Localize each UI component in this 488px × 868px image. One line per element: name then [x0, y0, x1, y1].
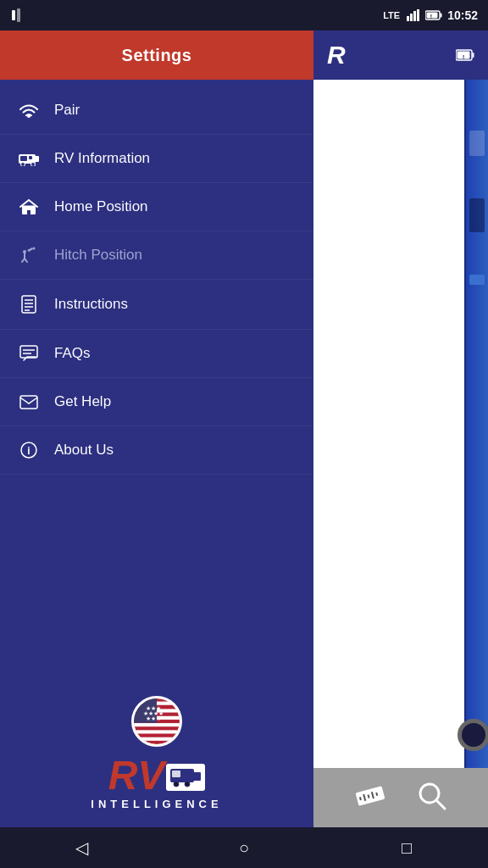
info-icon: i: [17, 442, 41, 459]
sidebar-title: Settings: [122, 46, 192, 65]
svg-rect-34: [134, 730, 180, 733]
mail-icon: [17, 395, 41, 409]
svg-rect-33: [134, 723, 180, 726]
recent-apps-button[interactable]: □: [381, 827, 432, 868]
svg-rect-3: [410, 14, 413, 21]
lte-label: LTE: [383, 10, 400, 20]
content-area: R !: [313, 31, 488, 827]
rv-intelligence-logo: R V INTELLIGENCE: [91, 755, 222, 810]
get-help-label: Get Help: [54, 393, 111, 410]
svg-rect-42: [172, 771, 180, 777]
svg-text:!: !: [463, 53, 465, 61]
svg-rect-15: [35, 156, 39, 162]
sidebar-item-rv-information[interactable]: RV Information: [0, 135, 313, 183]
svg-rect-7: [441, 14, 442, 18]
svg-line-51: [360, 797, 361, 800]
battery-icon: !: [425, 10, 442, 20]
sidebar-menu: Pair RV Information: [0, 80, 313, 676]
svg-line-55: [376, 793, 377, 796]
home-button[interactable]: ○: [219, 827, 269, 868]
status-bar: LTE ! 10:52: [0, 0, 488, 31]
intelligence-text: INTELLIGENCE: [91, 798, 222, 810]
sidebar-item-get-help[interactable]: Get Help: [0, 378, 313, 426]
svg-rect-12: [29, 156, 32, 159]
svg-rect-35: [134, 737, 180, 741]
svg-rect-1: [17, 8, 20, 22]
svg-text:!: !: [430, 14, 432, 19]
home-position-label: Home Position: [54, 198, 148, 215]
faq-icon: [17, 345, 41, 362]
rv-strip: [464, 80, 488, 768]
signal-icon: [407, 9, 420, 21]
svg-line-57: [436, 800, 445, 809]
svg-point-14: [31, 163, 36, 167]
hitch-icon: [17, 247, 41, 264]
svg-text:i: i: [27, 445, 30, 457]
rv-visual-area: [313, 80, 488, 768]
sidebar-item-faqs[interactable]: FAQs: [0, 330, 313, 378]
rv-icon: [17, 151, 41, 166]
svg-rect-0: [12, 10, 15, 20]
svg-point-43: [174, 782, 179, 787]
sidebar-logo: ★★★ ★★★★ ★★★ R V: [0, 676, 313, 827]
back-button[interactable]: ◁: [56, 827, 107, 868]
svg-point-44: [185, 782, 190, 787]
svg-line-53: [369, 795, 369, 798]
search-button[interactable]: [416, 780, 448, 815]
svg-text:★★★: ★★★: [146, 715, 161, 722]
content-logo: R: [327, 41, 346, 70]
sidebar-header: Settings: [0, 31, 313, 80]
instructions-icon: [17, 295, 41, 314]
sim-icon: [10, 8, 25, 22]
faqs-label: FAQs: [54, 345, 91, 362]
wifi-icon: [17, 103, 41, 118]
rv-wheel: [458, 719, 488, 751]
svg-rect-4: [413, 11, 416, 21]
svg-point-17: [33, 248, 36, 250]
content-header: R !: [313, 31, 488, 80]
sidebar-item-hitch-position[interactable]: Hitch Position: [0, 231, 313, 280]
hitch-position-label: Hitch Position: [54, 247, 142, 264]
flag-circle: ★★★ ★★★★ ★★★: [131, 696, 182, 747]
svg-rect-47: [473, 53, 474, 58]
svg-point-13: [21, 163, 25, 167]
status-bar-left: [10, 0, 25, 31]
svg-rect-26: [20, 396, 37, 409]
svg-rect-45: [193, 772, 201, 781]
sidebar-item-instructions[interactable]: Instructions: [0, 280, 313, 330]
system-nav-bar: ◁ ○ □: [0, 827, 488, 868]
sidebar-item-pair[interactable]: Pair: [0, 86, 313, 135]
svg-rect-50: [355, 786, 385, 806]
bottom-toolbar: [313, 768, 488, 827]
svg-rect-5: [417, 9, 419, 21]
pair-label: Pair: [54, 102, 80, 119]
svg-rect-23: [20, 346, 37, 358]
home-icon: [17, 198, 41, 215]
sidebar: Settings Pair: [0, 31, 313, 827]
about-us-label: About Us: [54, 442, 114, 459]
battery-header-icon: !: [456, 49, 474, 61]
ruler-button[interactable]: [353, 779, 387, 816]
rv-information-label: RV Information: [54, 150, 150, 167]
sidebar-item-about-us[interactable]: i About Us: [0, 426, 313, 475]
instructions-label: Instructions: [54, 296, 128, 313]
svg-rect-2: [407, 16, 409, 21]
status-time: 10:52: [447, 8, 478, 22]
svg-rect-11: [20, 156, 27, 161]
sidebar-item-home-position[interactable]: Home Position: [0, 183, 313, 231]
